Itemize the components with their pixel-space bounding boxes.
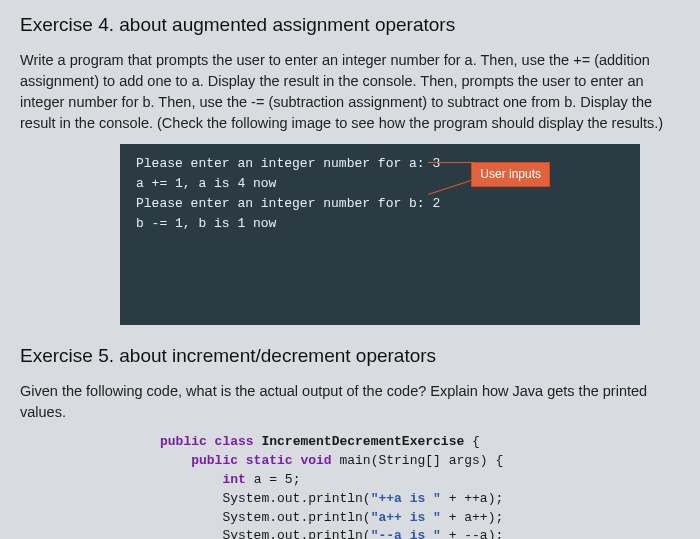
code-txt: + ++a);: [441, 491, 503, 506]
code-txt: {: [464, 434, 480, 449]
user-inputs-badge: User inputs: [471, 162, 550, 187]
code-txt: + a++);: [441, 510, 503, 525]
code-txt: ;: [293, 472, 301, 487]
console-line-1: Please enter an integer number for a: 3: [136, 156, 440, 171]
java-code-block: public class IncrementDecrementExercise …: [160, 433, 680, 539]
code-str: "a++ is ": [371, 510, 441, 525]
code-class: IncrementDecrementExercise: [261, 434, 464, 449]
exercise-5-body: Given the following code, what is the ac…: [20, 381, 680, 423]
console-line-4: b -= 1, b is 1 now: [136, 216, 276, 231]
code-txt: System.out.println(: [160, 491, 371, 506]
code-str: "--a is ": [371, 528, 441, 539]
arrow-line-icon: [428, 162, 474, 163]
console-line-2: a += 1, a is 4 now: [136, 176, 276, 191]
arrow-line-icon: [428, 180, 472, 195]
code-txt: + --a);: [441, 528, 503, 539]
console-line-3: Please enter an integer number for b: 2: [136, 196, 440, 211]
code-txt: System.out.println(: [160, 510, 371, 525]
code-txt: System.out.println(: [160, 528, 371, 539]
console-output: Please enter an integer number for a: 3 …: [120, 144, 640, 325]
code-kw: public class: [160, 434, 261, 449]
document-page: Exercise 4. about augmented assignment o…: [0, 0, 700, 539]
exercise-4-body: Write a program that prompts the user to…: [20, 50, 680, 134]
code-fn: main(String[] args): [339, 453, 487, 468]
exercise-5-title: Exercise 5. about increment/decrement op…: [20, 345, 680, 367]
code-num: 5: [285, 472, 293, 487]
exercise-4-title: Exercise 4. about augmented assignment o…: [20, 14, 680, 36]
code-kw: public static void: [160, 453, 339, 468]
code-kw: int: [160, 472, 254, 487]
code-str: "++a is ": [371, 491, 441, 506]
code-txt: {: [488, 453, 504, 468]
code-txt: a =: [254, 472, 285, 487]
